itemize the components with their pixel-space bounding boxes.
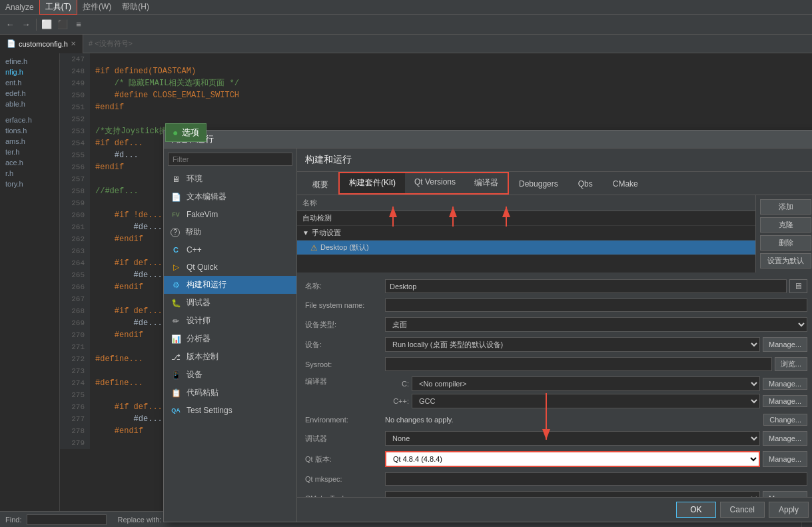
file-item[interactable]: ace.h (0, 157, 59, 168)
code-line: 251#endif (60, 101, 812, 113)
kit-row-auto-detect[interactable]: 自动检测 (297, 211, 755, 226)
compiler-cpp-select[interactable]: GCC (412, 394, 760, 408)
sidebar-label-designer: 设计师 (187, 315, 210, 326)
file-item-active[interactable]: nfig.h (0, 67, 59, 77)
file-item[interactable]: efine.h (0, 56, 59, 67)
form-area: 名称: 🖥 File system name: 设备类型: (297, 272, 812, 497)
toolbar-btn2[interactable]: ⬛ (55, 17, 70, 32)
compiler-c-row: C: <No compiler> Manage... (385, 376, 807, 391)
tab-qbs[interactable]: Qbs (568, 175, 603, 195)
apply-button[interactable]: Apply (769, 502, 809, 518)
fs-name-input[interactable] (385, 298, 807, 312)
menu-controls[interactable]: 控件(W) (77, 0, 117, 14)
sidebar-label-environment: 环境 (187, 173, 203, 185)
sysroot-input[interactable] (385, 357, 772, 371)
kit-table-header-name: 名称 (302, 198, 317, 208)
sidebar-label-version-control: 版本控制 (187, 351, 218, 362)
delete-button[interactable]: 删除 (760, 235, 811, 251)
kit-row-desktop[interactable]: ⚠ Desktop (默认) (297, 241, 755, 255)
name-input[interactable] (385, 279, 787, 293)
file-item[interactable]: tory.h (0, 179, 59, 189)
dialog-bottom: OK Cancel Apply (297, 497, 812, 522)
tab-customconfig[interactable]: 📄 customconfig.h ✕ (0, 35, 83, 53)
debugger-manage-btn[interactable]: Manage... (763, 431, 807, 446)
cancel-button[interactable]: Cancel (720, 502, 765, 518)
file-item[interactable]: ams.h (0, 136, 59, 147)
cmake-tool-manage-btn[interactable]: Manage... (763, 491, 807, 497)
cmake-tool-select[interactable] (385, 491, 760, 497)
tab-kit[interactable]: 构建套件(Kit) (340, 173, 405, 193)
set-default-button[interactable]: 设置为默认 (760, 253, 811, 268)
sidebar-item-help[interactable]: ? 帮助 (164, 223, 296, 241)
sidebar-item-test-settings[interactable]: QA Test Settings (164, 402, 296, 419)
text-editor-icon: 📄 (171, 192, 181, 203)
sidebar-item-cpp[interactable]: C C++ (164, 241, 296, 259)
sidebar-label-cpp: C++ (187, 245, 202, 255)
add-button[interactable]: 添加 (760, 199, 811, 215)
sidebar-item-version-control[interactable]: ⎇ 版本控制 (164, 348, 296, 366)
kit-row-manual[interactable]: ▼ 手动设置 (297, 226, 755, 241)
compiler-cpp-label: C++: (385, 397, 409, 405)
sidebar-label-debugger: 调试器 (187, 297, 210, 308)
clone-button[interactable]: 克隆 (760, 217, 811, 233)
toolbar-btn3[interactable]: ≡ (71, 17, 86, 32)
filter-input[interactable] (168, 153, 292, 166)
file-item[interactable]: ter.h (0, 147, 59, 157)
content-tabs: 概要 构建套件(Kit) Qt Versions 编译器 Debuggers Q… (297, 172, 812, 195)
tab-overview[interactable]: 概要 (302, 175, 338, 195)
sidebar-item-debugger[interactable]: 🐛 调试器 (164, 294, 296, 312)
sidebar-label-text-editor: 文本编辑器 (187, 191, 226, 203)
qt-version-select[interactable]: Qt 4.8.4 (4.8.4) (385, 451, 760, 467)
sysroot-browse-btn[interactable]: 浏览... (775, 357, 807, 371)
qt-version-field-wrapper: Qt 4.8.4 (4.8.4) Manage... (385, 451, 807, 467)
form-row-device-type: 设备类型: 桌面 (305, 317, 807, 332)
sidebar-item-fakevim[interactable]: FV FakeVim (164, 206, 296, 223)
qt-version-manage-btn[interactable]: Manage... (763, 451, 807, 467)
compiler-c-select[interactable]: <No compiler> (412, 376, 760, 391)
sidebar-item-build-run[interactable]: ⚙ 构建和运行 (164, 276, 296, 294)
menu-help[interactable]: 帮助(H) (117, 0, 155, 14)
file-item[interactable]: able.h (0, 99, 59, 109)
sidebar-item-text-editor[interactable]: 📄 文本编辑器 (164, 188, 296, 206)
compiler-cpp-manage-btn[interactable]: Manage... (763, 395, 807, 407)
compiler-c-manage-btn[interactable]: Manage... (763, 378, 807, 390)
file-item[interactable]: edef.h (0, 88, 59, 99)
tab-cmake[interactable]: CMake (603, 175, 648, 195)
file-item[interactable]: tions.h (0, 125, 59, 136)
sidebar-label-analyzer: 分析器 (187, 333, 210, 344)
tab-icon: 📄 (7, 39, 16, 48)
code-line: 247 (60, 53, 812, 65)
file-item[interactable]: ent.h (0, 77, 59, 88)
sidebar-item-device[interactable]: 📱 设备 (164, 366, 296, 384)
sidebar-item-qt-quick[interactable]: ▷ Qt Quick (164, 259, 296, 276)
find-input[interactable] (27, 514, 107, 525)
sidebar-item-environment[interactable]: 🖥 环境 (164, 170, 296, 188)
environment-change-btn[interactable]: Change... (763, 414, 807, 426)
menu-analyze[interactable]: Analyze (0, 1, 39, 13)
name-icon-btn[interactable]: 🖥 (789, 279, 807, 293)
toolbar-btn1[interactable]: ⬜ (39, 17, 54, 32)
replace-label: Replace with: (117, 516, 161, 524)
sidebar-item-designer[interactable]: ✏ 设计师 (164, 312, 296, 330)
tab-close-btn[interactable]: ✕ (71, 40, 76, 47)
chevron-down-icon: ▼ (302, 229, 309, 237)
form-label-sysroot: Sysroot: (305, 360, 385, 368)
device-type-select[interactable]: 桌面 (385, 317, 807, 332)
device-select[interactable]: Run locally (桌面 类型的默认设备) (385, 337, 760, 352)
file-item[interactable]: erface.h (0, 115, 59, 125)
sidebar-item-code-paste[interactable]: 📋 代码粘贴 (164, 384, 296, 402)
tab-qt-versions[interactable]: Qt Versions (405, 173, 465, 193)
toolbar-back[interactable]: ← (3, 17, 17, 32)
toolbar-forward[interactable]: → (19, 17, 33, 32)
qt-mkspec-input[interactable] (385, 472, 807, 486)
sidebar-item-analyzer[interactable]: 📊 分析器 (164, 330, 296, 348)
debugger-select[interactable]: None (385, 431, 760, 446)
tab-debuggers[interactable]: Debuggers (509, 175, 568, 195)
tab-compiler[interactable]: 编译器 (465, 173, 508, 193)
ok-button[interactable]: OK (676, 502, 715, 518)
dialog-content: 构建和运行 概要 构建套件(Kit) Qt Versions 编译器 Debug… (297, 149, 812, 522)
file-item[interactable]: r.h (0, 168, 59, 179)
warning-icon: ⚠ (310, 243, 318, 253)
device-manage-btn[interactable]: Manage... (763, 337, 807, 352)
menu-tools[interactable]: 工具(T) (39, 0, 77, 15)
